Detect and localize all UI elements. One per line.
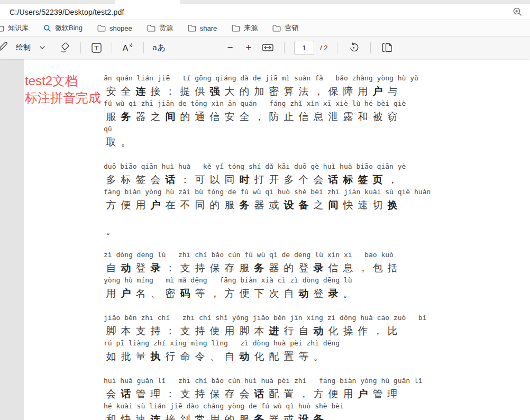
annotation-line2: 标注拼音完成 — [25, 89, 101, 106]
toolbar-divider — [80, 42, 81, 53]
folder-icon — [232, 24, 240, 32]
toolbar-divider — [370, 42, 371, 53]
pinyin-line — [104, 212, 530, 223]
hanzi-line: 安全连接：提供强大的加密算法，保障用户与 — [104, 84, 530, 98]
folder-icon — [0, 24, 4, 32]
paragraph: duō biāo qiān huì huà kě yǐ tóng shí dǎ … — [104, 161, 530, 237]
draw-button[interactable]: 绘制 — [16, 43, 31, 52]
paragraph: zì dòng dēng lù zhī chí bǎo cún fú wù qì… — [104, 249, 530, 300]
folder-icon — [97, 24, 106, 32]
read-aloud-icon[interactable]: A — [121, 40, 135, 55]
bookmark-label: 营销 — [285, 23, 298, 33]
pinyin-line: zì dòng dēng lù zhī chí bǎo cún fú wù qì… — [104, 249, 530, 261]
bookmark-item[interactable]: share — [188, 24, 217, 32]
hanzi-line: 多标签会话：可以同时打开多个会话标签页， — [104, 172, 530, 186]
folder-icon — [188, 24, 196, 32]
bookmark-item[interactable]: 来源 — [232, 23, 258, 33]
chevron-down-icon[interactable] — [35, 40, 49, 55]
svg-text:A: A — [122, 43, 129, 53]
hanzi-line: 自动登录：支持保存服务器的登录信息，包括 — [104, 261, 530, 275]
eraser-icon[interactable] — [58, 40, 72, 55]
address-bar[interactable]: C:/Users/52239/Desktop/test2.pdf — [0, 4, 530, 20]
folder-icon — [147, 24, 156, 32]
hanzi-line: 。 — [104, 223, 530, 237]
tab-strip — [0, 0, 530, 4]
hanzi-line: 用户名、密码等，方便下次自动登录。 — [104, 286, 530, 300]
search-icon — [43, 24, 51, 32]
toolbar-divider — [337, 42, 337, 53]
pdf-toolbar: 绘制 T A — [0, 36, 530, 59]
pdf-page: ān quán lián jiē tí gōng qiáng dà de jiā… — [24, 59, 530, 420]
hanzi-line: 会话管理：支持保存会话配置，方便用户管理 — [104, 387, 530, 400]
bookmarks-bar: 知识库 微软Bing shopee 货源 share 来源 营销 — [0, 20, 530, 36]
pdf-text: ān quán lián jiē tí gōng qiáng dà de jiā… — [24, 59, 530, 420]
zoom-in-button[interactable]: + — [242, 42, 255, 53]
bookmark-label: 货源 — [159, 23, 173, 33]
paragraph: ān quán lián jiē tí gōng qiáng dà de jiā… — [104, 72, 530, 149]
pinyin-line: hé kuài sù lián jiē dào cháng yòng de fú… — [104, 400, 530, 412]
bookmark-item[interactable]: shopee — [97, 24, 132, 32]
browser-window: C:/Users/52239/Desktop/test2.pdf 知识库 微软B… — [0, 0, 530, 420]
hanzi-line: 如批量执行命令、自动化配置等。 — [104, 349, 530, 363]
toolbar-divider — [143, 42, 144, 53]
bookmark-item[interactable]: 知识库 — [0, 23, 29, 33]
pinyin-line: qǔ — [104, 123, 530, 135]
svg-text:T: T — [94, 44, 98, 52]
pinyin-line: huì huà guǎn lǐ zhī chí bǎo cún huì huà … — [104, 375, 530, 387]
paragraph: jiǎo běn zhī chí zhī chí shǐ yòng jiǎo b… — [104, 312, 530, 363]
hanzi-line: 和快速连接到常用的服务器或设备。 — [104, 412, 530, 420]
pinyin-line: jiǎo běn zhī chí zhī chí shǐ yòng jiǎo b… — [104, 312, 530, 324]
rotate-icon[interactable] — [347, 40, 361, 55]
pinyin-line: fāng biàn yòng hù zài bù tóng de fú wù q… — [104, 186, 530, 198]
document-area[interactable]: ān quán lián jiē tí gōng qiáng dà de jiā… — [0, 59, 530, 420]
page-view-icon[interactable] — [380, 40, 394, 55]
address-text[interactable]: C:/Users/52239/Desktop/test2.pdf — [10, 8, 124, 16]
pinyin-line: yòng hù míng mì mǎ děng fāng biàn xià cì… — [104, 275, 530, 286]
hanzi-line: 方便用户在不同的服务器或设备之间快速切换 — [104, 198, 530, 212]
bookmark-item[interactable]: 微软Bing — [43, 23, 83, 33]
zoom-out-button[interactable]: − — [224, 42, 236, 53]
folder-icon — [272, 24, 281, 32]
paragraph: huì huà guǎn lǐ zhī chí bǎo cún huì huà … — [104, 375, 530, 420]
pinyin-line: ān quán lián jiē tí gōng qiáng dà de jiā… — [104, 72, 530, 84]
hanzi-line: 脚本支持：支持使用脚本进行自动化操作，比 — [104, 324, 530, 337]
bookmark-label: 来源 — [244, 23, 258, 33]
ink-annotation: test2文档 标注拼音完成 — [25, 72, 101, 106]
translate-button[interactable]: aあ — [152, 40, 166, 55]
bookmark-label: 微软Bing — [55, 23, 83, 33]
page-number-input[interactable] — [294, 41, 314, 55]
toolbar-divider — [112, 42, 112, 53]
bookmark-item[interactable]: 营销 — [272, 23, 298, 33]
hanzi-line: 服务器之间的通信安全，防止信息泄露和被窃 — [104, 109, 530, 123]
bookmark-item[interactable]: 货源 — [147, 23, 173, 33]
pinyin-line: rú pī liàng zhí xíng mìng lìng zì dòng h… — [104, 337, 530, 349]
page-total-label: / 2 — [320, 44, 327, 52]
pinyin-line: duō biāo qiān huì huà kě yǐ tóng shí dǎ … — [104, 161, 530, 172]
bookmark-label: share — [200, 24, 217, 32]
annotation-line1: test2文档 — [25, 72, 101, 89]
fit-width-icon[interactable] — [261, 40, 275, 55]
hanzi-line: 取。 — [104, 135, 530, 149]
bookmark-label: 知识库 — [8, 23, 29, 33]
pinyin-line: fú wù qì zhī jiān de tōng xìn ān quán fá… — [104, 98, 530, 109]
bookmark-label: shopee — [109, 24, 132, 32]
add-text-icon[interactable]: T — [89, 40, 103, 55]
pen-icon[interactable] — [0, 40, 9, 55]
zoom-page-icon[interactable] — [513, 7, 523, 17]
toolbar-divider — [284, 42, 285, 53]
